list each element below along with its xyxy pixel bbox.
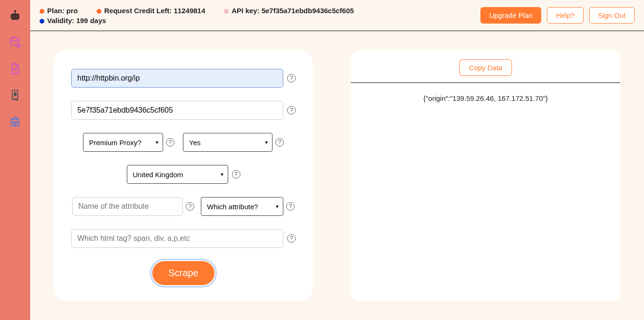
payment-icon[interactable]: $: [8, 88, 23, 103]
svg-text:$: $: [14, 92, 17, 97]
result-card: Copy Data {"origin":"139.59.26.46, 167.1…: [351, 50, 620, 301]
help-button[interactable]: Help?: [547, 7, 583, 24]
apikey-status: API key: 5e7f35a71ebdb9436c5cf605: [224, 7, 354, 15]
svg-rect-11: [11, 119, 19, 126]
help-icon[interactable]: ?: [186, 202, 194, 211]
sign-out-button[interactable]: Sign Out: [589, 7, 635, 24]
attribute-name-input[interactable]: [72, 197, 183, 216]
country-select[interactable]: United Kingdom: [127, 165, 228, 184]
svg-rect-14: [14, 124, 16, 126]
svg-point-1: [13, 16, 14, 17]
topbar: Plan: pro Request Credit Left: 11249814 …: [30, 0, 644, 31]
upgrade-plan-button[interactable]: Upgrade Plan: [480, 7, 542, 24]
result-body: {"origin":"139.59.26.46, 167.172.51.70"}: [423, 94, 548, 102]
top-actions: Upgrade Plan Help? Sign Out: [480, 7, 635, 24]
plan-status: Plan: pro: [40, 7, 78, 15]
robot-icon[interactable]: [8, 8, 23, 24]
help-icon[interactable]: ?: [287, 234, 296, 243]
help-icon[interactable]: ?: [286, 202, 295, 211]
divider: [351, 82, 620, 83]
scrape-form-card: ? ? Premium Proxy? ? Yes ? United Kingdo…: [54, 50, 313, 301]
svg-rect-12: [13, 122, 14, 123]
svg-point-2: [16, 16, 17, 17]
url-input[interactable]: [71, 69, 283, 88]
building-icon[interactable]: [8, 114, 23, 129]
sidebar: $: [0, 0, 30, 320]
status-group: Plan: pro Request Credit Left: 11249814 …: [40, 7, 354, 25]
help-icon[interactable]: ?: [166, 138, 174, 147]
svg-point-5: [11, 38, 18, 41]
svg-rect-13: [16, 122, 17, 123]
premium-proxy-select[interactable]: Premium Proxy?: [83, 133, 163, 152]
svg-point-4: [15, 10, 16, 12]
database-icon[interactable]: [8, 35, 23, 50]
validity-status: Validity: 199 days: [40, 16, 106, 25]
copy-data-button[interactable]: Copy Data: [459, 59, 512, 76]
credit-status: Request Credit Left: 11249814: [97, 7, 205, 15]
document-icon[interactable]: [8, 61, 23, 76]
help-icon[interactable]: ?: [232, 170, 240, 179]
help-icon[interactable]: ?: [287, 74, 296, 82]
yes-no-select[interactable]: Yes: [183, 133, 272, 152]
main: ? ? Premium Proxy? ? Yes ? United Kingdo…: [30, 31, 644, 320]
html-tag-input[interactable]: [71, 229, 283, 248]
scrape-button[interactable]: Scrape: [152, 261, 214, 285]
apikey-input[interactable]: [71, 101, 283, 120]
help-icon[interactable]: ?: [275, 138, 284, 147]
which-attribute-select[interactable]: Which attribute?: [201, 197, 283, 216]
help-icon[interactable]: ?: [287, 106, 296, 115]
